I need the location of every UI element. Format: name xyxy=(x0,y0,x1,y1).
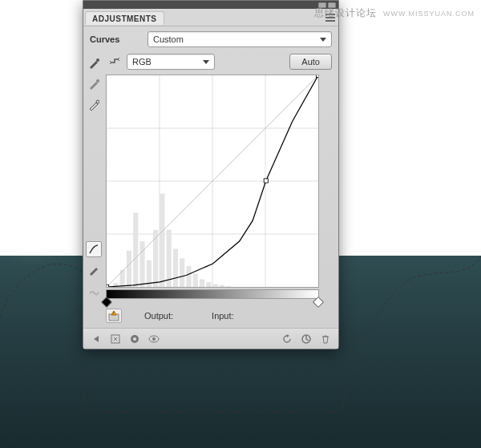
preset-row: Curves Custom xyxy=(83,26,338,52)
svg-rect-25 xyxy=(213,284,218,287)
svg-text:!: ! xyxy=(113,311,114,316)
svg-point-0 xyxy=(96,59,99,62)
svg-point-36 xyxy=(133,337,136,341)
channel-value: RGB xyxy=(132,57,152,67)
adjustment-type-label: Curves xyxy=(90,34,119,44)
input-gradient[interactable] xyxy=(106,289,319,299)
svg-point-38 xyxy=(152,337,156,341)
panel-tabs: ADJUSTMENTS xyxy=(83,9,338,26)
svg-rect-26 xyxy=(220,285,224,287)
svg-rect-29 xyxy=(107,285,109,287)
svg-rect-27 xyxy=(226,286,231,287)
adjustments-tab[interactable]: ADJUSTMENTS xyxy=(85,11,164,25)
clip-to-layer-icon[interactable] xyxy=(127,331,143,347)
black-point-slider[interactable] xyxy=(101,297,112,308)
svg-rect-11 xyxy=(120,270,125,287)
eyedropper-black-icon[interactable] xyxy=(86,55,102,71)
pencil-tool-icon[interactable] xyxy=(86,262,102,278)
svg-rect-31 xyxy=(316,75,318,78)
curves-toolbar xyxy=(85,52,103,325)
watermark-url: WWW.MISSYUAN.COM xyxy=(383,10,475,18)
svg-rect-14 xyxy=(139,241,144,287)
target-adjust-icon[interactable] xyxy=(107,54,122,69)
adjustments-panel: ADJUSTMENTS Curves Custom xyxy=(83,0,339,349)
channel-dropdown[interactable]: RGB xyxy=(127,54,215,70)
output-input-readout: ! Output: Input: xyxy=(106,309,329,323)
svg-rect-12 xyxy=(127,251,131,287)
output-label: Output: xyxy=(144,311,173,321)
preset-dropdown[interactable]: Custom xyxy=(148,31,332,47)
expand-view-icon[interactable] xyxy=(107,331,123,347)
svg-rect-23 xyxy=(200,279,204,287)
svg-rect-17 xyxy=(160,194,164,287)
white-point-slider[interactable] xyxy=(313,297,324,308)
eyedropper-white-icon[interactable] xyxy=(86,97,102,113)
svg-rect-30 xyxy=(264,179,268,183)
svg-rect-22 xyxy=(193,273,198,287)
curves-editor: RGB Auto ! Output: Input: xyxy=(83,52,338,328)
watermark-cn: 思绪设计论坛 xyxy=(314,7,377,18)
svg-rect-20 xyxy=(180,258,184,287)
delete-icon[interactable] xyxy=(317,331,333,347)
auto-button[interactable]: Auto xyxy=(289,54,332,70)
chevron-down-icon xyxy=(203,60,209,64)
svg-rect-21 xyxy=(186,266,191,287)
smooth-tool-icon[interactable] xyxy=(86,283,102,299)
panel-titlebar[interactable] xyxy=(83,1,338,9)
input-label: Input: xyxy=(212,311,234,321)
svg-rect-24 xyxy=(206,282,211,287)
chevron-down-icon xyxy=(320,38,326,42)
curve-graph[interactable] xyxy=(106,75,319,288)
return-to-adjustment-list-icon[interactable] xyxy=(88,331,104,347)
eyedropper-gray-icon[interactable] xyxy=(86,76,102,92)
svg-point-2 xyxy=(96,100,99,103)
svg-rect-19 xyxy=(173,248,178,287)
preset-value: Custom xyxy=(153,34,184,44)
toggle-visibility-icon[interactable] xyxy=(146,331,162,347)
adjustments-tab-label: ADJUSTMENTS xyxy=(92,14,157,23)
layer-warning-icon[interactable]: ! xyxy=(106,309,122,323)
auto-button-label: Auto xyxy=(301,57,320,67)
svg-rect-13 xyxy=(133,212,138,287)
curve-tool-icon[interactable] xyxy=(86,241,102,257)
reset-default-icon[interactable] xyxy=(298,331,314,347)
panel-footer xyxy=(83,328,338,349)
svg-point-1 xyxy=(96,79,99,83)
watermark: 思绪设计论坛 WWW.MISSYUAN.COM xyxy=(314,6,475,20)
svg-rect-18 xyxy=(167,230,172,287)
previous-state-icon[interactable] xyxy=(279,331,295,347)
